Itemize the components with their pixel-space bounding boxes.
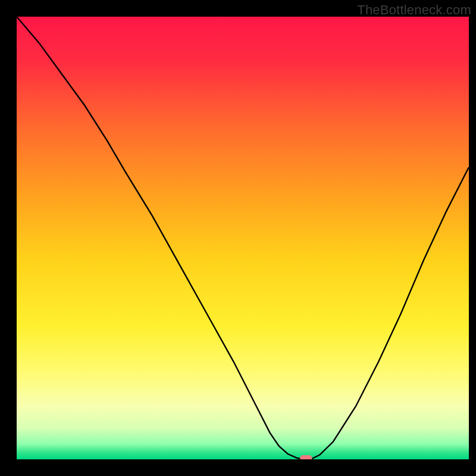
optimum-marker (300, 455, 312, 459)
chart-area (17, 17, 469, 459)
gradient-background (17, 17, 469, 459)
watermark-label: TheBottleneck.com (357, 2, 471, 18)
bottleneck-chart (17, 17, 469, 459)
